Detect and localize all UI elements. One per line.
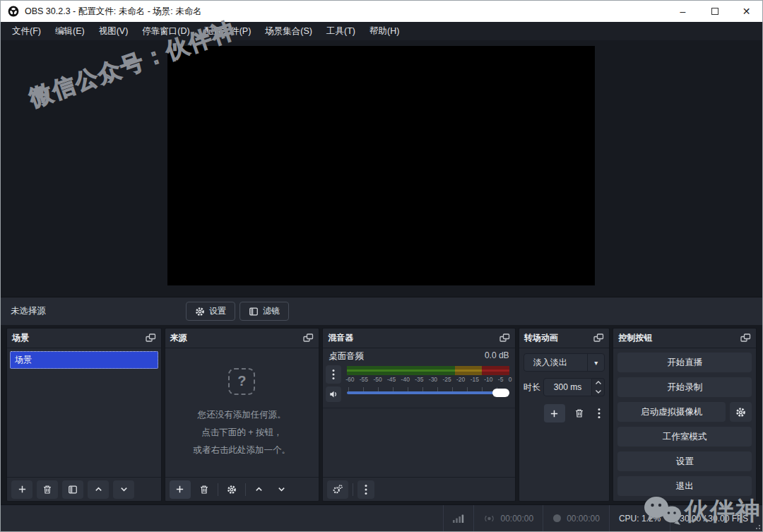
- controls-dock-header: 控制按钮: [613, 329, 756, 348]
- window-controls: – ✕: [667, 1, 762, 22]
- empty-text-line: 您还没有添加任何源。: [198, 408, 286, 422]
- menu-view[interactable]: 视图(V): [92, 22, 136, 40]
- transition-menu-button[interactable]: [593, 404, 605, 422]
- meter-green-segment: [347, 366, 455, 375]
- channel-menu-button[interactable]: [326, 365, 341, 384]
- window-title: OBS 30.2.3 - 配置文件: 未命名 - 场景: 未命名: [25, 6, 202, 18]
- scenes-dock: 场景 场景: [6, 328, 162, 502]
- menu-file[interactable]: 文件(F): [5, 22, 48, 40]
- maximize-icon: [711, 8, 718, 15]
- start-streaming-button[interactable]: 开始直播: [617, 353, 752, 372]
- preview-area[interactable]: [1, 40, 762, 297]
- studio-mode-button[interactable]: 工作室模式: [617, 427, 752, 447]
- obs-window: OBS 30.2.3 - 配置文件: 未命名 - 场景: 未命名 – ✕ 文件(…: [0, 0, 763, 532]
- transitions-body: 淡入淡出 ▾ 时长 300 ms: [519, 348, 610, 501]
- sources-dock: 来源 ? 您还没有添加任何源。 点击下面的 + 按钮， 或者右击此处添加一个。: [165, 328, 320, 502]
- resize-grip[interactable]: [754, 523, 760, 529]
- minimize-button[interactable]: –: [667, 1, 699, 22]
- sources-dock-header: 来源: [165, 329, 319, 348]
- scenes-dock-title: 场景: [12, 332, 29, 344]
- transition-selected-value: 淡入淡出: [524, 354, 588, 371]
- filters-icon: [249, 307, 259, 317]
- source-list[interactable]: ? 您还没有添加任何源。 点击下面的 + 按钮， 或者右击此处添加一个。: [165, 348, 319, 477]
- fps-indicator: 30.00 / 30.00 FPS: [670, 505, 762, 531]
- audio-level-db: 0.0 dB: [485, 350, 509, 362]
- scene-down-button[interactable]: [113, 480, 134, 499]
- scene-list: 场景: [7, 348, 161, 477]
- virtual-camera-settings-button[interactable]: [730, 402, 752, 422]
- source-toolbar: 未选择源 设置 滤镜: [1, 297, 762, 325]
- broadcast-icon: [483, 514, 495, 524]
- obs-logo-icon: [8, 6, 19, 17]
- transitions-dock-header: 转场动画: [519, 329, 610, 348]
- step-down-button[interactable]: [592, 387, 604, 396]
- add-scene-button[interactable]: [11, 480, 32, 499]
- exit-button[interactable]: 退出: [617, 476, 752, 496]
- mute-toggle-button[interactable]: [326, 386, 341, 402]
- toolbar-separator: [245, 483, 246, 496]
- transitions-dock-title: 转场动画: [524, 332, 558, 344]
- preview-canvas[interactable]: [167, 46, 595, 285]
- source-properties-icon-button[interactable]: [223, 480, 241, 499]
- remove-scene-button[interactable]: [37, 480, 58, 499]
- volume-slider[interactable]: [347, 385, 509, 401]
- record-time: 00:00:00: [567, 514, 600, 524]
- scene-item-selected[interactable]: 场景: [10, 351, 158, 369]
- popout-icon[interactable]: [303, 333, 314, 343]
- transition-select[interactable]: 淡入淡出 ▾: [524, 353, 605, 372]
- menu-tools[interactable]: 工具(T): [319, 22, 362, 40]
- source-properties-button[interactable]: 设置: [186, 302, 235, 321]
- audio-channel-name: 桌面音频: [329, 350, 364, 362]
- close-button[interactable]: ✕: [731, 1, 762, 22]
- duration-input[interactable]: 300 ms: [543, 378, 593, 396]
- titlebar: OBS 30.2.3 - 配置文件: 未命名 - 场景: 未命名 – ✕: [1, 1, 762, 22]
- add-transition-button[interactable]: [544, 404, 565, 422]
- menu-help[interactable]: 帮助(H): [362, 22, 406, 40]
- slider-handle[interactable]: [492, 389, 509, 397]
- scene-up-button[interactable]: [88, 480, 109, 499]
- sources-empty-state: ? 您还没有添加任何源。 点击下面的 + 按钮， 或者右击此处添加一个。: [165, 348, 319, 477]
- mixer-dock-title: 混音器: [328, 332, 353, 344]
- transitions-dock: 转场动画 淡入淡出 ▾ 时长 300 ms: [519, 328, 610, 502]
- menu-docks[interactable]: 停靠窗口(D): [135, 22, 196, 40]
- settings-button[interactable]: 设置: [617, 451, 752, 471]
- menu-profile[interactable]: 配置文件(P): [197, 22, 259, 40]
- menu-edit[interactable]: 编辑(E): [48, 22, 92, 40]
- toolbar-separator: [353, 483, 353, 496]
- menu-scene-collection[interactable]: 场景集合(S): [258, 22, 319, 40]
- advanced-audio-button[interactable]: [327, 480, 348, 499]
- source-up-button[interactable]: [250, 480, 268, 499]
- scene-filters-button[interactable]: [62, 480, 83, 499]
- duration-stepper: [592, 378, 605, 396]
- popout-icon[interactable]: [499, 333, 510, 343]
- maximize-button[interactable]: [699, 1, 731, 22]
- menubar: 文件(F) 编辑(E) 视图(V) 停靠窗口(D) 配置文件(P) 场景集合(S…: [1, 22, 762, 40]
- settings-label: 设置: [209, 305, 226, 317]
- volume-meter: [347, 366, 509, 375]
- toolbar-separator: [218, 483, 218, 496]
- empty-text-line: 或者右击此处添加一个。: [194, 443, 291, 458]
- question-icon: ?: [228, 368, 255, 395]
- record-timer: 00:00:00: [543, 505, 609, 531]
- sources-dock-title: 来源: [170, 332, 187, 344]
- source-down-button[interactable]: [273, 480, 291, 499]
- add-source-button[interactable]: [170, 480, 191, 499]
- gear-icon: [195, 307, 205, 317]
- scenes-dock-header: 场景: [7, 329, 161, 348]
- mixer-menu-button[interactable]: [357, 480, 374, 499]
- meter-red-segment: [482, 366, 509, 375]
- popout-icon[interactable]: [146, 333, 156, 343]
- db-scale: -60-55-50-45-40-35-30-25-20-15-10-50: [345, 376, 511, 383]
- step-up-button[interactable]: [592, 379, 604, 387]
- popout-icon[interactable]: [740, 333, 751, 343]
- remove-transition-button[interactable]: [572, 404, 587, 422]
- signal-bars-icon: [453, 514, 464, 523]
- source-filters-button[interactable]: 滤镜: [239, 302, 289, 321]
- popout-icon[interactable]: [593, 333, 604, 343]
- remove-source-button[interactable]: [195, 480, 213, 499]
- start-virtual-camera-button[interactable]: 启动虚拟摄像机: [617, 402, 726, 422]
- sources-toolbar: [165, 477, 319, 501]
- start-recording-button[interactable]: 开始录制: [617, 377, 752, 397]
- mixer-dock-header: 混音器: [323, 329, 514, 348]
- empty-text-line: 点击下面的 + 按钮，: [201, 425, 282, 440]
